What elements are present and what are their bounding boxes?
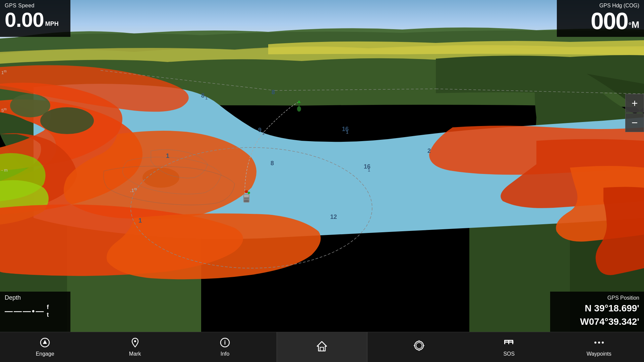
gps-position-panel: GPS Position N 39°18.699' W074°39.342' <box>550 292 644 332</box>
gps-heading-value: 000 <box>591 9 628 33</box>
svg-point-25 <box>416 343 422 349</box>
svg-rect-12 <box>244 198 249 199</box>
gps-speed-unit: MPH <box>45 21 59 27</box>
svg-point-36 <box>598 342 600 344</box>
svg-text:i: i <box>224 339 226 346</box>
sos-icon <box>414 340 424 353</box>
svg-point-8 <box>245 190 248 193</box>
boat-icon <box>240 190 253 207</box>
svg-marker-16 <box>297 100 301 103</box>
depth-label-title: Depth <box>5 294 66 301</box>
depth-value: ———•— <box>5 306 45 316</box>
map-svg <box>0 0 644 332</box>
depth-sublabel-1c: 1 <box>346 130 348 135</box>
gps-speed-value: 0.00 <box>5 9 44 30</box>
svg-rect-34 <box>504 340 513 341</box>
nav-waypoints[interactable]: SOS <box>464 332 554 362</box>
nav-sos[interactable] <box>374 332 464 362</box>
svg-point-19 <box>134 340 136 342</box>
nav-options[interactable]: Waypoints <box>554 332 644 362</box>
svg-point-37 <box>602 342 604 344</box>
zoom-controls: + − <box>625 94 644 133</box>
nav-info[interactable]: i Info <box>180 332 270 362</box>
svg-point-2 <box>40 107 94 134</box>
gps-position-lon: W074°39.342' <box>555 316 639 328</box>
scale-dash-m: - m <box>1 168 8 173</box>
svg-rect-13 <box>244 200 249 202</box>
map-area[interactable]: 8 1 8 9 1 16 1 8 16 1 12 1 1 2 .1m 1m 5m… <box>0 0 644 332</box>
nav-mark[interactable]: Mark <box>90 332 180 362</box>
waypoints-label: SOS <box>503 351 515 357</box>
nav-engage[interactable]: Engage <box>0 332 90 362</box>
depth-label-2: 2 <box>427 147 431 155</box>
mark-icon <box>130 337 140 350</box>
engage-icon <box>40 337 50 350</box>
depth-label-8: 8 <box>201 92 204 99</box>
depth-sublabel-1b: 1 <box>262 131 265 136</box>
svg-point-35 <box>594 342 596 344</box>
bottom-nav: Engage Mark i Info <box>0 332 644 362</box>
options-icon <box>594 337 604 350</box>
channel-marker <box>296 100 302 113</box>
depth-label-12: 12 <box>330 214 337 221</box>
scale-1m: 1m <box>1 69 7 75</box>
svg-rect-23 <box>320 347 324 351</box>
depth-decimal-1: .1m <box>130 187 137 193</box>
svg-point-9 <box>248 192 250 194</box>
options-label: Waypoints <box>587 351 611 357</box>
home-icon <box>316 340 328 354</box>
mark-label: Mark <box>129 351 141 357</box>
depth-label-8c: 8 <box>271 160 274 167</box>
depth-label-9: 9 <box>258 127 261 134</box>
depth-label-8b: 8 <box>272 89 275 96</box>
depth-label-1b: 1 <box>138 217 142 224</box>
waypoints-icon <box>504 337 514 350</box>
gps-position-label: GPS Position <box>555 295 639 301</box>
depth-unit: f t <box>47 303 49 319</box>
scale-5m: 5m <box>1 107 7 113</box>
svg-rect-11 <box>244 195 249 197</box>
depth-label-1: 1 <box>166 153 169 160</box>
gps-heading-panel: GPS Hdg (COG) 000 °M <box>557 0 644 37</box>
info-label: Info <box>221 351 230 357</box>
gps-position-lat: N 39°18.699' <box>555 302 639 314</box>
depth-panel: Depth ———•— f t <box>0 292 70 332</box>
depth-sublabel-1: 1 <box>205 96 208 101</box>
app-container: 8 1 8 9 1 16 1 8 16 1 12 1 1 2 .1m 1m 5m… <box>0 0 644 362</box>
engage-label: Engage <box>36 351 54 357</box>
svg-marker-22 <box>317 342 327 351</box>
zoom-out-button[interactable]: − <box>625 113 644 132</box>
gps-heading-unit: °M <box>629 20 639 29</box>
depth-sublabel-1d: 1 <box>368 168 370 173</box>
nav-home[interactable] <box>277 332 367 362</box>
gps-speed-panel: GPS Speed 0.00 MPH <box>0 0 70 37</box>
zoom-in-button[interactable]: + <box>625 94 644 113</box>
svg-marker-18 <box>43 340 47 344</box>
info-icon: i <box>220 337 230 350</box>
svg-point-14 <box>297 106 301 112</box>
